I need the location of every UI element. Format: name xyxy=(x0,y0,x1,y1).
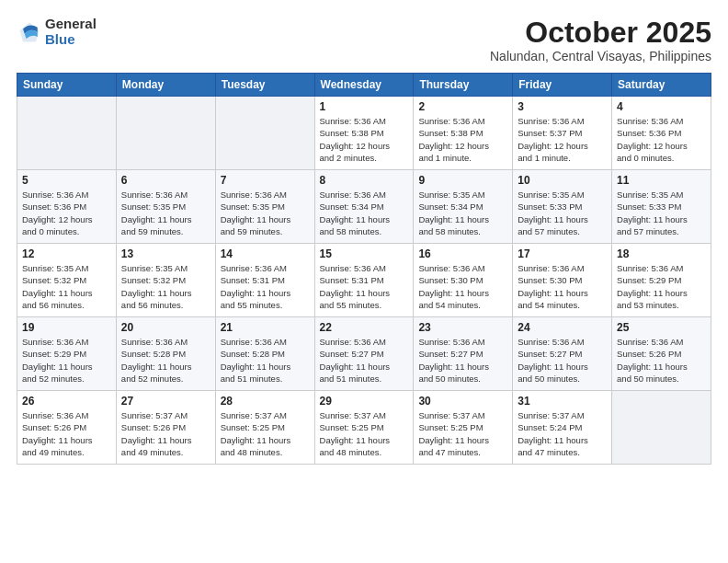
calendar-cell: 9Sunrise: 5:35 AM Sunset: 5:34 PM Daylig… xyxy=(414,170,513,244)
calendar-cell: 23Sunrise: 5:36 AM Sunset: 5:27 PM Dayli… xyxy=(414,317,513,391)
calendar-cell xyxy=(17,97,117,170)
day-number: 11 xyxy=(617,174,706,187)
day-info: Sunrise: 5:37 AM Sunset: 5:25 PM Dayligh… xyxy=(418,409,507,458)
col-monday: Monday xyxy=(116,74,215,97)
col-wednesday: Wednesday xyxy=(314,74,414,97)
day-info: Sunrise: 5:36 AM Sunset: 5:28 PM Dayligh… xyxy=(221,336,310,385)
calendar-cell: 24Sunrise: 5:36 AM Sunset: 5:27 PM Dayli… xyxy=(513,317,612,391)
title-section: October 2025 Nalundan, Central Visayas, … xyxy=(490,17,711,63)
location: Nalundan, Central Visayas, Philippines xyxy=(490,49,711,63)
day-number: 28 xyxy=(221,395,310,408)
header: General Blue October 2025 Nalundan, Cent… xyxy=(17,17,711,63)
day-number: 6 xyxy=(121,174,210,187)
day-info: Sunrise: 5:36 AM Sunset: 5:26 PM Dayligh… xyxy=(617,336,706,385)
calendar-body: 1Sunrise: 5:36 AM Sunset: 5:38 PM Daylig… xyxy=(17,97,711,465)
day-number: 7 xyxy=(221,174,310,187)
col-saturday: Saturday xyxy=(612,74,711,97)
calendar-cell: 26Sunrise: 5:36 AM Sunset: 5:26 PM Dayli… xyxy=(17,391,117,465)
day-number: 2 xyxy=(418,100,507,113)
calendar-table: Sunday Monday Tuesday Wednesday Thursday… xyxy=(17,73,711,465)
calendar-cell: 11Sunrise: 5:35 AM Sunset: 5:33 PM Dayli… xyxy=(612,170,711,244)
calendar-cell: 5Sunrise: 5:36 AM Sunset: 5:36 PM Daylig… xyxy=(17,170,117,244)
day-info: Sunrise: 5:36 AM Sunset: 5:29 PM Dayligh… xyxy=(617,262,706,311)
calendar-cell: 2Sunrise: 5:36 AM Sunset: 5:38 PM Daylig… xyxy=(414,97,513,170)
calendar-cell: 22Sunrise: 5:36 AM Sunset: 5:27 PM Dayli… xyxy=(314,317,414,391)
day-number: 18 xyxy=(617,247,706,260)
day-number: 14 xyxy=(221,247,310,260)
day-number: 8 xyxy=(320,174,409,187)
day-info: Sunrise: 5:36 AM Sunset: 5:27 PM Dayligh… xyxy=(320,336,409,385)
calendar-cell: 18Sunrise: 5:36 AM Sunset: 5:29 PM Dayli… xyxy=(612,244,711,317)
logo-blue-text: Blue xyxy=(45,32,97,48)
day-info: Sunrise: 5:36 AM Sunset: 5:35 PM Dayligh… xyxy=(121,189,210,237)
calendar-cell: 17Sunrise: 5:36 AM Sunset: 5:30 PM Dayli… xyxy=(513,244,612,317)
calendar-cell: 3Sunrise: 5:36 AM Sunset: 5:37 PM Daylig… xyxy=(513,97,612,170)
calendar-week-5: 26Sunrise: 5:36 AM Sunset: 5:26 PM Dayli… xyxy=(17,391,711,465)
day-number: 3 xyxy=(518,100,607,113)
day-info: Sunrise: 5:36 AM Sunset: 5:30 PM Dayligh… xyxy=(518,262,607,311)
day-number: 29 xyxy=(320,395,409,408)
day-number: 10 xyxy=(518,174,607,187)
calendar-cell: 14Sunrise: 5:36 AM Sunset: 5:31 PM Dayli… xyxy=(215,244,314,317)
page: General Blue October 2025 Nalundan, Cent… xyxy=(0,0,728,481)
calendar-cell: 4Sunrise: 5:36 AM Sunset: 5:36 PM Daylig… xyxy=(612,97,711,170)
calendar-cell xyxy=(116,97,215,170)
calendar-cell: 25Sunrise: 5:36 AM Sunset: 5:26 PM Dayli… xyxy=(612,317,711,391)
calendar-cell: 19Sunrise: 5:36 AM Sunset: 5:29 PM Dayli… xyxy=(17,317,117,391)
day-info: Sunrise: 5:36 AM Sunset: 5:30 PM Dayligh… xyxy=(418,262,507,311)
day-number: 30 xyxy=(418,395,507,408)
logo-general-text: General xyxy=(45,17,97,32)
day-info: Sunrise: 5:35 AM Sunset: 5:34 PM Dayligh… xyxy=(418,189,507,237)
calendar-cell: 6Sunrise: 5:36 AM Sunset: 5:35 PM Daylig… xyxy=(116,170,215,244)
day-number: 15 xyxy=(320,247,409,260)
day-info: Sunrise: 5:36 AM Sunset: 5:35 PM Dayligh… xyxy=(221,189,310,237)
day-info: Sunrise: 5:36 AM Sunset: 5:36 PM Dayligh… xyxy=(22,189,111,237)
calendar-cell: 15Sunrise: 5:36 AM Sunset: 5:31 PM Dayli… xyxy=(314,244,414,317)
logo: General Blue xyxy=(17,17,97,47)
calendar-week-3: 12Sunrise: 5:35 AM Sunset: 5:32 PM Dayli… xyxy=(17,244,711,317)
calendar-week-1: 1Sunrise: 5:36 AM Sunset: 5:38 PM Daylig… xyxy=(17,97,711,170)
calendar-cell: 29Sunrise: 5:37 AM Sunset: 5:25 PM Dayli… xyxy=(314,391,414,465)
month-title: October 2025 xyxy=(490,17,711,49)
calendar-week-2: 5Sunrise: 5:36 AM Sunset: 5:36 PM Daylig… xyxy=(17,170,711,244)
calendar-cell: 27Sunrise: 5:37 AM Sunset: 5:26 PM Dayli… xyxy=(116,391,215,465)
day-info: Sunrise: 5:36 AM Sunset: 5:27 PM Dayligh… xyxy=(518,336,607,385)
day-info: Sunrise: 5:35 AM Sunset: 5:33 PM Dayligh… xyxy=(518,189,607,237)
calendar-cell: 30Sunrise: 5:37 AM Sunset: 5:25 PM Dayli… xyxy=(414,391,513,465)
day-number: 19 xyxy=(22,321,111,334)
calendar-cell: 1Sunrise: 5:36 AM Sunset: 5:38 PM Daylig… xyxy=(314,97,414,170)
day-info: Sunrise: 5:36 AM Sunset: 5:38 PM Dayligh… xyxy=(418,115,507,164)
day-info: Sunrise: 5:35 AM Sunset: 5:32 PM Dayligh… xyxy=(121,262,210,311)
day-number: 21 xyxy=(221,321,310,334)
day-number: 24 xyxy=(518,321,607,334)
calendar-cell: 28Sunrise: 5:37 AM Sunset: 5:25 PM Dayli… xyxy=(215,391,314,465)
day-number: 9 xyxy=(418,174,507,187)
calendar-header: Sunday Monday Tuesday Wednesday Thursday… xyxy=(17,74,711,97)
calendar-cell: 16Sunrise: 5:36 AM Sunset: 5:30 PM Dayli… xyxy=(414,244,513,317)
day-number: 1 xyxy=(320,100,409,113)
day-info: Sunrise: 5:36 AM Sunset: 5:31 PM Dayligh… xyxy=(320,262,409,311)
col-thursday: Thursday xyxy=(414,74,513,97)
calendar-cell: 21Sunrise: 5:36 AM Sunset: 5:28 PM Dayli… xyxy=(215,317,314,391)
calendar-cell: 10Sunrise: 5:35 AM Sunset: 5:33 PM Dayli… xyxy=(513,170,612,244)
day-info: Sunrise: 5:36 AM Sunset: 5:27 PM Dayligh… xyxy=(418,336,507,385)
day-info: Sunrise: 5:36 AM Sunset: 5:29 PM Dayligh… xyxy=(22,336,111,385)
day-number: 4 xyxy=(617,100,706,113)
day-number: 20 xyxy=(121,321,210,334)
day-info: Sunrise: 5:37 AM Sunset: 5:26 PM Dayligh… xyxy=(121,409,210,458)
day-number: 22 xyxy=(320,321,409,334)
day-info: Sunrise: 5:36 AM Sunset: 5:31 PM Dayligh… xyxy=(221,262,310,311)
day-number: 12 xyxy=(22,247,111,260)
day-info: Sunrise: 5:35 AM Sunset: 5:33 PM Dayligh… xyxy=(617,189,706,237)
calendar-cell xyxy=(612,391,711,465)
calendar-cell xyxy=(215,97,314,170)
calendar-cell: 12Sunrise: 5:35 AM Sunset: 5:32 PM Dayli… xyxy=(17,244,117,317)
col-sunday: Sunday xyxy=(17,74,117,97)
calendar-cell: 7Sunrise: 5:36 AM Sunset: 5:35 PM Daylig… xyxy=(215,170,314,244)
day-info: Sunrise: 5:36 AM Sunset: 5:37 PM Dayligh… xyxy=(518,115,607,164)
day-info: Sunrise: 5:37 AM Sunset: 5:25 PM Dayligh… xyxy=(320,409,409,458)
col-friday: Friday xyxy=(513,74,612,97)
day-info: Sunrise: 5:36 AM Sunset: 5:38 PM Dayligh… xyxy=(320,115,409,164)
day-number: 27 xyxy=(121,395,210,408)
day-number: 26 xyxy=(22,395,111,408)
